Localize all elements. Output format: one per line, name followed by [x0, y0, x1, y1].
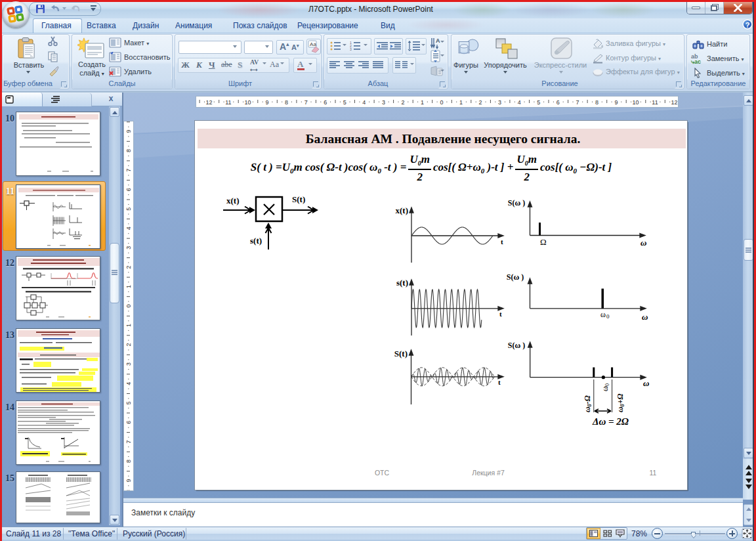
svg-text:7: 7 [125, 169, 132, 172]
svg-text:6: 6 [324, 99, 327, 106]
svg-text:S(t): S(t) [292, 194, 305, 204]
svg-text:7: 7 [576, 99, 579, 106]
svg-text:1: 1 [421, 99, 424, 106]
svg-text:S(ω ): S(ω ) [508, 198, 525, 207]
svg-text:11: 11 [652, 99, 658, 106]
svg-text:0: 0 [440, 99, 443, 106]
svg-text:3: 3 [125, 362, 132, 366]
svg-text:Δω = 2Ω: Δω = 2Ω [592, 416, 629, 427]
svg-text:3: 3 [498, 99, 501, 106]
svg-text:2: 2 [125, 265, 132, 269]
svg-text:Ω: Ω [540, 237, 547, 247]
svg-text:1: 1 [459, 99, 463, 106]
svg-text:x(t): x(t) [226, 196, 240, 206]
svg-text:9: 9 [266, 99, 269, 106]
svg-text:5: 5 [537, 99, 540, 106]
svg-text:t: t [499, 310, 502, 318]
svg-text:11: 11 [225, 99, 231, 106]
svg-text:Балансная АМ . Подавление нес: Балансная АМ . Подавление несущего сигна… [306, 132, 581, 146]
svg-text:10: 10 [632, 99, 639, 106]
svg-text:ω: ω [600, 310, 606, 319]
svg-text:S(ω ): S(ω ) [507, 272, 524, 282]
svg-text:5: 5 [125, 207, 132, 211]
svg-text:11: 11 [650, 469, 657, 477]
svg-text:ω: ω [643, 378, 649, 388]
svg-text:8: 8 [125, 460, 132, 463]
svg-text:4: 4 [518, 99, 521, 106]
svg-text:8: 8 [595, 99, 598, 106]
svg-text:9: 9 [125, 130, 132, 133]
svg-text:1: 1 [125, 324, 132, 327]
svg-text:4: 4 [125, 382, 132, 385]
svg-text:s(t): s(t) [396, 278, 408, 288]
svg-text:9: 9 [125, 479, 132, 482]
svg-text:8: 8 [125, 149, 132, 152]
svg-text:6: 6 [125, 188, 132, 191]
svg-text:7: 7 [125, 440, 132, 443]
svg-text:5: 5 [343, 99, 346, 106]
svg-text:6: 6 [556, 99, 560, 106]
svg-text:0: 0 [606, 313, 610, 320]
svg-text:x(t): x(t) [396, 206, 409, 215]
svg-text:ω0-Ω: ω0-Ω [583, 395, 593, 412]
svg-text:t: t [498, 378, 501, 386]
svg-text:2: 2 [401, 99, 404, 106]
svg-text:3: 3 [382, 99, 385, 106]
svg-text:9: 9 [614, 99, 618, 106]
svg-text:7: 7 [304, 99, 308, 106]
svg-text:3: 3 [350, 47, 352, 51]
svg-text:2: 2 [479, 99, 482, 106]
svg-text:5: 5 [125, 401, 132, 404]
svg-text:8: 8 [285, 99, 288, 106]
svg-text:ω0: ω0 [600, 383, 610, 391]
svg-text:10: 10 [244, 99, 251, 106]
svg-text:12: 12 [205, 99, 212, 106]
svg-text:4: 4 [125, 227, 132, 230]
svg-text:S(t): S(t) [394, 349, 408, 358]
svg-text:2: 2 [125, 343, 132, 347]
svg-text:3: 3 [125, 246, 132, 249]
svg-text:S(ω ): S(ω ) [508, 341, 525, 350]
svg-text:12: 12 [671, 99, 678, 106]
svg-text:ОТС: ОТС [375, 469, 390, 477]
svg-text:ω0+Ω: ω0+Ω [616, 393, 625, 412]
svg-text:t: t [501, 238, 503, 246]
svg-text:ω: ω [640, 238, 646, 248]
svg-text:1: 1 [125, 285, 132, 288]
svg-text:ω: ω [642, 312, 648, 322]
svg-text:4: 4 [362, 99, 366, 106]
svg-text:s(t): s(t) [250, 236, 262, 246]
svg-text:6: 6 [125, 421, 132, 424]
svg-text:A: A [436, 37, 440, 44]
svg-text:0: 0 [125, 304, 132, 307]
svg-text:Лекция #7: Лекция #7 [472, 469, 505, 477]
